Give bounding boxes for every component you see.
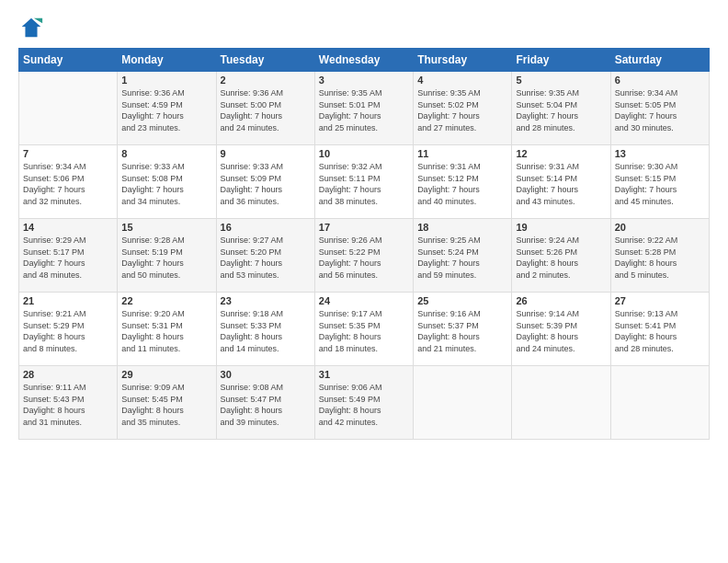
day-number: 3 [319, 75, 409, 86]
column-header-wednesday: Wednesday [314, 49, 413, 72]
cell-content: Sunrise: 9:22 AM Sunset: 5:28 PM Dayligh… [615, 235, 705, 281]
day-number: 21 [23, 295, 113, 306]
column-header-saturday: Saturday [610, 49, 709, 72]
calendar-cell: 17Sunrise: 9:26 AM Sunset: 5:22 PM Dayli… [314, 219, 413, 293]
cell-content: Sunrise: 9:20 AM Sunset: 5:31 PM Dayligh… [121, 308, 211, 354]
day-number: 18 [417, 222, 507, 233]
week-row-4: 21Sunrise: 9:21 AM Sunset: 5:29 PM Dayli… [19, 293, 710, 366]
day-number: 30 [221, 369, 311, 380]
calendar-cell: 18Sunrise: 9:25 AM Sunset: 5:24 PM Dayli… [414, 219, 512, 293]
column-header-tuesday: Tuesday [216, 49, 314, 72]
day-number: 25 [417, 295, 507, 306]
calendar-cell: 23Sunrise: 9:18 AM Sunset: 5:33 PM Dayli… [216, 293, 314, 366]
day-number: 17 [319, 222, 409, 233]
calendar-cell: 15Sunrise: 9:28 AM Sunset: 5:19 PM Dayli… [118, 219, 216, 293]
cell-content: Sunrise: 9:33 AM Sunset: 5:08 PM Dayligh… [121, 161, 211, 207]
cell-content: Sunrise: 9:24 AM Sunset: 5:26 PM Dayligh… [516, 235, 606, 281]
day-number: 24 [319, 295, 409, 306]
day-number: 12 [516, 148, 606, 159]
cell-content: Sunrise: 9:18 AM Sunset: 5:33 PM Dayligh… [221, 308, 311, 354]
cell-content: Sunrise: 9:14 AM Sunset: 5:39 PM Dayligh… [516, 308, 606, 354]
cell-content: Sunrise: 9:36 AM Sunset: 4:59 PM Dayligh… [121, 87, 211, 133]
day-number: 4 [417, 75, 507, 86]
calendar-cell: 8Sunrise: 9:33 AM Sunset: 5:08 PM Daylig… [118, 145, 216, 219]
day-number: 14 [23, 222, 113, 233]
day-number: 31 [319, 369, 409, 380]
calendar-cell: 31Sunrise: 9:06 AM Sunset: 5:49 PM Dayli… [314, 366, 413, 440]
header [18, 15, 710, 40]
calendar-cell: 28Sunrise: 9:11 AM Sunset: 5:43 PM Dayli… [19, 366, 118, 440]
calendar-cell: 29Sunrise: 9:09 AM Sunset: 5:45 PM Dayli… [118, 366, 216, 440]
cell-content: Sunrise: 9:06 AM Sunset: 5:49 PM Dayligh… [319, 382, 409, 428]
day-number: 5 [516, 75, 606, 86]
calendar-cell: 14Sunrise: 9:29 AM Sunset: 5:17 PM Dayli… [19, 219, 118, 293]
cell-content: Sunrise: 9:16 AM Sunset: 5:37 PM Dayligh… [417, 308, 507, 354]
cell-content: Sunrise: 9:09 AM Sunset: 5:45 PM Dayligh… [121, 382, 211, 428]
logo [18, 15, 48, 40]
day-number: 8 [121, 148, 211, 159]
day-number: 11 [417, 148, 507, 159]
cell-content: Sunrise: 9:31 AM Sunset: 5:14 PM Dayligh… [516, 161, 606, 207]
svg-marker-0 [22, 18, 41, 38]
cell-content: Sunrise: 9:34 AM Sunset: 5:05 PM Dayligh… [615, 87, 705, 133]
day-number: 19 [516, 222, 606, 233]
cell-content: Sunrise: 9:35 AM Sunset: 5:04 PM Dayligh… [516, 87, 606, 133]
day-number: 7 [23, 148, 113, 159]
cell-content: Sunrise: 9:28 AM Sunset: 5:19 PM Dayligh… [121, 235, 211, 281]
calendar-cell [19, 72, 118, 145]
calendar-cell [414, 366, 512, 440]
calendar-cell: 7Sunrise: 9:34 AM Sunset: 5:06 PM Daylig… [19, 145, 118, 219]
calendar-cell: 10Sunrise: 9:32 AM Sunset: 5:11 PM Dayli… [314, 145, 413, 219]
calendar-cell: 26Sunrise: 9:14 AM Sunset: 5:39 PM Dayli… [512, 293, 610, 366]
calendar-cell: 27Sunrise: 9:13 AM Sunset: 5:41 PM Dayli… [610, 293, 709, 366]
column-header-thursday: Thursday [414, 49, 512, 72]
week-row-5: 28Sunrise: 9:11 AM Sunset: 5:43 PM Dayli… [19, 366, 710, 440]
cell-content: Sunrise: 9:25 AM Sunset: 5:24 PM Dayligh… [417, 235, 507, 281]
cell-content: Sunrise: 9:34 AM Sunset: 5:06 PM Dayligh… [23, 161, 113, 207]
calendar-cell: 13Sunrise: 9:30 AM Sunset: 5:15 PM Dayli… [610, 145, 709, 219]
cell-content: Sunrise: 9:08 AM Sunset: 5:47 PM Dayligh… [221, 382, 311, 428]
calendar-cell: 19Sunrise: 9:24 AM Sunset: 5:26 PM Dayli… [512, 219, 610, 293]
day-number: 10 [319, 148, 409, 159]
day-number: 27 [615, 295, 705, 306]
column-header-sunday: Sunday [19, 49, 118, 72]
calendar-cell: 6Sunrise: 9:34 AM Sunset: 5:05 PM Daylig… [610, 72, 709, 145]
cell-content: Sunrise: 9:21 AM Sunset: 5:29 PM Dayligh… [23, 308, 113, 354]
calendar-cell: 1Sunrise: 9:36 AM Sunset: 4:59 PM Daylig… [118, 72, 216, 145]
day-number: 16 [221, 222, 311, 233]
calendar-cell: 24Sunrise: 9:17 AM Sunset: 5:35 PM Dayli… [314, 293, 413, 366]
calendar-cell: 11Sunrise: 9:31 AM Sunset: 5:12 PM Dayli… [414, 145, 512, 219]
calendar-cell: 2Sunrise: 9:36 AM Sunset: 5:00 PM Daylig… [216, 72, 314, 145]
day-number: 1 [121, 75, 211, 86]
day-number: 29 [121, 369, 211, 380]
day-number: 13 [615, 148, 705, 159]
cell-content: Sunrise: 9:33 AM Sunset: 5:09 PM Dayligh… [221, 161, 311, 207]
calendar-cell: 4Sunrise: 9:35 AM Sunset: 5:02 PM Daylig… [414, 72, 512, 145]
week-row-1: 1Sunrise: 9:36 AM Sunset: 4:59 PM Daylig… [19, 72, 710, 145]
day-number: 23 [221, 295, 311, 306]
cell-content: Sunrise: 9:36 AM Sunset: 5:00 PM Dayligh… [221, 87, 311, 133]
calendar-cell: 25Sunrise: 9:16 AM Sunset: 5:37 PM Dayli… [414, 293, 512, 366]
day-number: 28 [23, 369, 113, 380]
cell-content: Sunrise: 9:26 AM Sunset: 5:22 PM Dayligh… [319, 235, 409, 281]
cell-content: Sunrise: 9:17 AM Sunset: 5:35 PM Dayligh… [319, 308, 409, 354]
calendar-cell: 12Sunrise: 9:31 AM Sunset: 5:14 PM Dayli… [512, 145, 610, 219]
cell-content: Sunrise: 9:31 AM Sunset: 5:12 PM Dayligh… [417, 161, 507, 207]
cell-content: Sunrise: 9:30 AM Sunset: 5:15 PM Dayligh… [615, 161, 705, 207]
day-number: 26 [516, 295, 606, 306]
calendar-cell [512, 366, 610, 440]
week-row-3: 14Sunrise: 9:29 AM Sunset: 5:17 PM Dayli… [19, 219, 710, 293]
header-row: SundayMondayTuesdayWednesdayThursdayFrid… [19, 49, 710, 72]
calendar-cell: 5Sunrise: 9:35 AM Sunset: 5:04 PM Daylig… [512, 72, 610, 145]
calendar-cell: 20Sunrise: 9:22 AM Sunset: 5:28 PM Dayli… [610, 219, 709, 293]
cell-content: Sunrise: 9:13 AM Sunset: 5:41 PM Dayligh… [615, 308, 705, 354]
calendar-cell [610, 366, 709, 440]
calendar-cell: 9Sunrise: 9:33 AM Sunset: 5:09 PM Daylig… [216, 145, 314, 219]
calendar-cell: 30Sunrise: 9:08 AM Sunset: 5:47 PM Dayli… [216, 366, 314, 440]
week-row-2: 7Sunrise: 9:34 AM Sunset: 5:06 PM Daylig… [19, 145, 710, 219]
calendar-cell: 22Sunrise: 9:20 AM Sunset: 5:31 PM Dayli… [118, 293, 216, 366]
column-header-monday: Monday [118, 49, 216, 72]
cell-content: Sunrise: 9:35 AM Sunset: 5:01 PM Dayligh… [319, 87, 409, 133]
calendar-page: SundayMondayTuesdayWednesdayThursdayFrid… [0, 0, 728, 563]
cell-content: Sunrise: 9:35 AM Sunset: 5:02 PM Dayligh… [417, 87, 507, 133]
